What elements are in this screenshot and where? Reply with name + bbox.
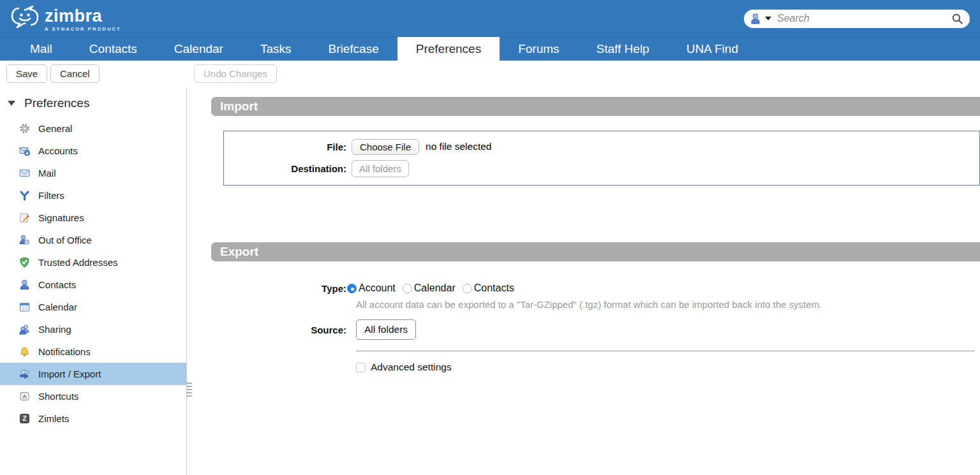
- import-export-icon: [19, 369, 30, 379]
- sidebar-item-label: Trusted Addresses: [38, 257, 118, 268]
- sidebar-item-label: Contacts: [38, 279, 76, 290]
- svg-text:Z: Z: [22, 414, 27, 422]
- source-label: Source:: [211, 325, 346, 335]
- radio-calendar[interactable]: [403, 284, 412, 293]
- sidebar-item-label: Filters: [38, 190, 64, 201]
- sidebar-item-label: Calendar: [38, 302, 77, 312]
- import-export-panel: Import File: Choose File no file selecte…: [187, 88, 980, 475]
- notifications-icon: [19, 346, 30, 357]
- export-divider: [356, 351, 975, 351]
- export-type-radio-group: Account Calendar Contacts: [347, 282, 521, 294]
- accounts-icon: [19, 145, 30, 156]
- tab-forums[interactable]: Forums: [500, 37, 577, 61]
- sidebar-item-contacts[interactable]: Contacts: [0, 274, 186, 296]
- person-icon: [750, 13, 761, 24]
- tab-briefcase[interactable]: Briefcase: [310, 37, 397, 61]
- filters-icon: [19, 190, 30, 201]
- export-section-header: Export: [211, 242, 980, 261]
- import-section-header: Import: [211, 97, 980, 116]
- sidebar-item-shortcuts[interactable]: A Shortcuts: [0, 385, 186, 407]
- sidebar-item-import-export[interactable]: Import / Export: [0, 363, 186, 385]
- sharing-icon: [19, 324, 30, 335]
- sidebar-item-notifications[interactable]: Notifications: [0, 340, 186, 363]
- save-button[interactable]: Save: [6, 64, 47, 83]
- sidebar-item-label: Signatures: [38, 212, 84, 223]
- type-label: Type:: [211, 283, 346, 294]
- svg-text:A: A: [22, 393, 27, 400]
- sidebar-item-label: Shortcuts: [38, 391, 78, 402]
- file-status-text: no file selected: [426, 141, 491, 152]
- advanced-settings-label[interactable]: Advanced settings: [371, 362, 452, 373]
- signatures-icon: [19, 212, 30, 223]
- radio-account[interactable]: [347, 284, 357, 293]
- header-banner: zimbra A SYNACOR PRODUCT: [0, 0, 980, 37]
- tab-una-find[interactable]: UNA Find: [668, 37, 757, 61]
- destination-folder-button[interactable]: All folders: [352, 160, 409, 177]
- shortcuts-icon: A: [19, 391, 30, 402]
- brand-name: zimbra: [45, 8, 121, 25]
- sidebar-heading-preferences[interactable]: Preferences: [0, 94, 186, 112]
- sidebar-item-mail[interactable]: Mail: [0, 162, 186, 184]
- mail-icon: [19, 168, 30, 179]
- sidebar-item-sharing[interactable]: Sharing: [0, 318, 186, 340]
- tab-preferences[interactable]: Preferences: [397, 37, 500, 61]
- sidebar-item-trusted-addresses[interactable]: Trusted Addresses: [0, 251, 186, 274]
- gear-icon: [19, 123, 30, 134]
- advanced-settings-checkbox[interactable]: [356, 363, 366, 372]
- calendar-icon: [19, 302, 30, 312]
- cancel-button[interactable]: Cancel: [50, 64, 100, 83]
- sidebar-heading-label: Preferences: [24, 96, 89, 110]
- sidebar-item-signatures[interactable]: Signatures: [0, 207, 186, 229]
- destination-label: Destination:: [224, 163, 352, 174]
- chevron-down-icon: [765, 17, 771, 20]
- tab-staff-help[interactable]: Staff Help: [578, 37, 668, 61]
- sidebar-item-zimlets[interactable]: Z Zimlets: [0, 407, 186, 430]
- sidebar-item-label: Accounts: [38, 145, 78, 156]
- app-tab-bar: Mail Contacts Calendar Tasks Briefcase P…: [0, 37, 980, 61]
- out-of-office-icon: [19, 235, 30, 245]
- tab-calendar[interactable]: Calendar: [156, 37, 242, 61]
- sidebar-item-calendar[interactable]: Calendar: [0, 296, 186, 318]
- tab-tasks[interactable]: Tasks: [242, 37, 310, 61]
- brand-tagline: A SYNACOR PRODUCT: [45, 27, 121, 32]
- sidebar-item-accounts[interactable]: Accounts: [0, 140, 186, 162]
- search-bar: [744, 10, 970, 28]
- zimlets-icon: Z: [19, 413, 30, 424]
- import-fieldset: File: Choose File no file selected Desti…: [223, 131, 980, 186]
- search-scope-dropdown[interactable]: [750, 13, 777, 24]
- tab-mail[interactable]: Mail: [11, 37, 71, 61]
- preferences-sidebar: Preferences General Accounts: [0, 88, 187, 475]
- sidebar-item-label: Out of Office: [38, 235, 92, 245]
- sidebar-item-label: Import / Export: [38, 369, 101, 379]
- sidebar-resize-handle[interactable]: [185, 381, 193, 398]
- radio-calendar-label[interactable]: Calendar: [414, 282, 456, 294]
- export-description: All account data can be exported to a "T…: [356, 299, 980, 310]
- source-folder-button[interactable]: All folders: [356, 319, 416, 340]
- search-input[interactable]: [777, 13, 951, 24]
- search-submit[interactable]: [951, 13, 963, 25]
- sidebar-item-label: Zimlets: [38, 413, 69, 424]
- sidebar-item-general[interactable]: General: [0, 117, 186, 140]
- sidebar-item-label: Mail: [38, 168, 56, 179]
- sidebar-item-out-of-office[interactable]: Out of Office: [0, 229, 186, 251]
- radio-contacts-label[interactable]: Contacts: [474, 282, 514, 294]
- preferences-toolbar: Save Cancel Undo Changes: [0, 61, 980, 88]
- contacts-icon: [19, 279, 30, 290]
- file-label: File:: [224, 142, 352, 152]
- sidebar-item-label: Sharing: [38, 324, 71, 335]
- radio-contacts[interactable]: [463, 284, 472, 293]
- zimbra-face-icon: [10, 5, 40, 31]
- sidebar-item-label: Notifications: [38, 346, 91, 357]
- radio-account-label[interactable]: Account: [359, 282, 396, 294]
- collapse-triangle-icon: [8, 101, 15, 106]
- choose-file-button[interactable]: Choose File: [352, 139, 419, 155]
- zimbra-logo: zimbra A SYNACOR PRODUCT: [10, 5, 121, 32]
- trusted-addresses-icon: [19, 257, 30, 268]
- search-icon: [951, 13, 963, 25]
- sidebar-item-filters[interactable]: Filters: [0, 184, 186, 207]
- tab-contacts[interactable]: Contacts: [71, 37, 156, 61]
- sidebar-item-label: General: [38, 123, 72, 134]
- undo-changes-button[interactable]: Undo Changes: [194, 64, 277, 83]
